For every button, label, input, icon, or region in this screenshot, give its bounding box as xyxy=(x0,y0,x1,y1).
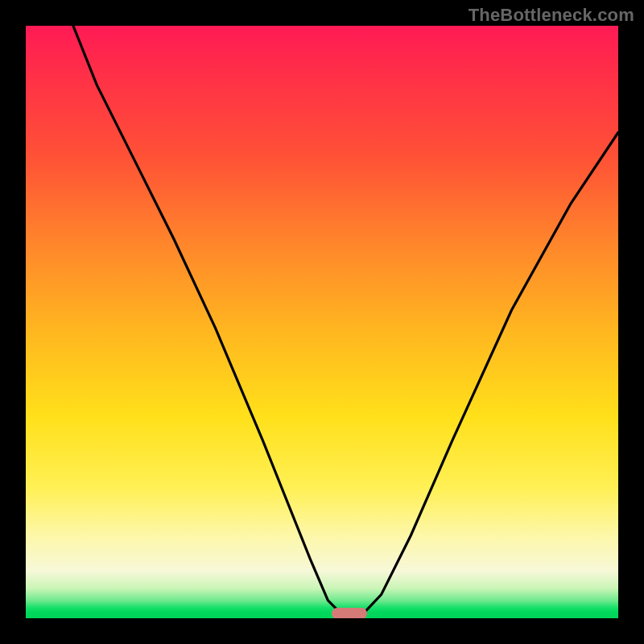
chart-frame: TheBottleneck.com xyxy=(0,0,644,644)
curve-svg xyxy=(26,26,618,618)
plot-area xyxy=(26,26,618,618)
optimal-marker xyxy=(332,608,367,618)
bottleneck-curve xyxy=(73,26,618,616)
watermark-text: TheBottleneck.com xyxy=(469,5,634,26)
